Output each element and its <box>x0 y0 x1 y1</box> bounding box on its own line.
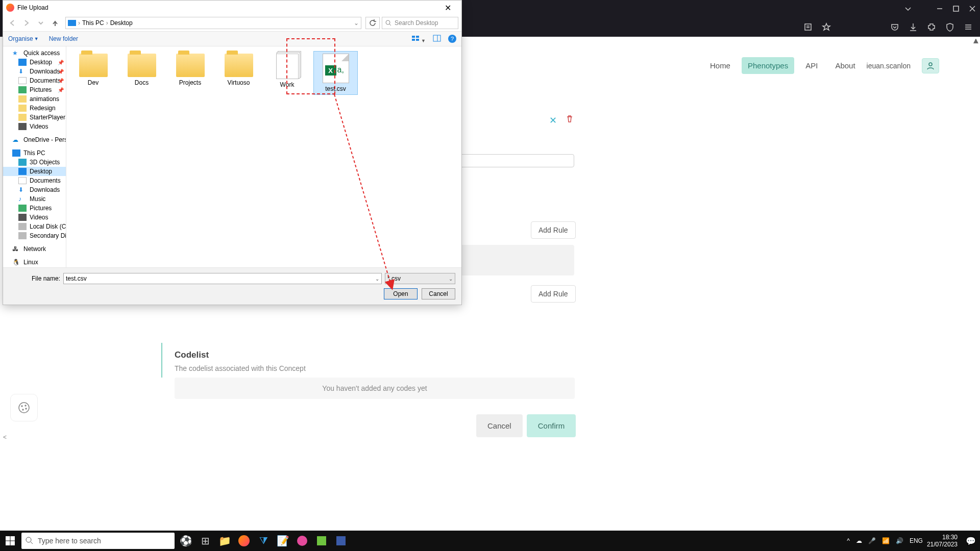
nav-api[interactable]: API <box>799 57 824 74</box>
window-close-icon[interactable] <box>969 5 976 12</box>
system-tray[interactable]: ^ ☁ 🎤 📶 🔊 ENG <box>843 537 927 544</box>
folder-dev[interactable]: Dev <box>71 52 115 94</box>
sidebar-linux[interactable]: 🐧Linux <box>3 258 66 267</box>
crumb-this-pc[interactable]: This PC <box>82 19 104 27</box>
tray-wifi-icon[interactable]: 📶 <box>882 537 890 544</box>
confirm-button[interactable]: Confirm <box>527 414 576 437</box>
sidebar-network[interactable]: 🖧Network <box>3 244 66 254</box>
downloads-icon[interactable] <box>909 22 918 32</box>
sidebar-item-desktop[interactable]: Desktop <box>3 167 66 176</box>
cookie-settings-button[interactable] <box>10 394 38 421</box>
nav-forward-button[interactable] <box>20 17 33 29</box>
cancel-button[interactable]: Cancel <box>476 414 523 437</box>
file-grid: Dev Docs Projects Virtuoso Work Xa, test… <box>66 46 461 267</box>
help-button[interactable]: ? <box>448 35 456 43</box>
section-accent-line <box>161 343 162 378</box>
add-rule-button[interactable]: Add Rule <box>531 221 576 239</box>
firefox-icon <box>6 4 14 12</box>
sidebar-item-3d-objects[interactable]: 3D Objects <box>3 158 66 167</box>
sidebar-item-downloads[interactable]: ⬇Downloads <box>3 185 66 194</box>
tray-chevron-icon[interactable]: ^ <box>847 537 850 544</box>
new-folder-button[interactable]: New folder <box>49 35 78 42</box>
cancel-button[interactable]: Cancel <box>422 288 455 299</box>
window-maximize-icon[interactable] <box>952 5 960 12</box>
taskbar-app-taskview[interactable]: ⊞ <box>196 531 214 551</box>
shield-icon[interactable] <box>945 22 954 32</box>
sidebar-item-local-disk[interactable]: Local Disk (C:) <box>3 222 66 231</box>
taskbar-app-generic3[interactable] <box>332 531 350 551</box>
start-button[interactable] <box>0 531 20 551</box>
nav-home[interactable]: Home <box>704 57 737 74</box>
breadcrumb-history-dropdown[interactable]: ⌄ <box>354 19 359 27</box>
sidebar-item-redesign[interactable]: Redesign <box>3 104 66 113</box>
folder-docs[interactable]: Docs <box>120 52 163 94</box>
window-minimize-icon[interactable] <box>936 5 943 12</box>
taskbar-app-generic2[interactable] <box>312 531 331 551</box>
taskbar-app-explorer[interactable]: 📁 <box>215 531 234 551</box>
taskbar-app-news[interactable]: ⚽ <box>177 531 195 551</box>
tab-dropdown-icon[interactable] <box>904 5 912 12</box>
nav-recent-dropdown[interactable] <box>35 17 47 29</box>
file-name-input[interactable]: test.csv⌄ <box>63 273 382 284</box>
taskbar-search[interactable]: Type here to search <box>21 533 175 549</box>
sidebar-onedrive[interactable]: ☁OneDrive - Personal <box>3 135 66 144</box>
preview-pane-button[interactable] <box>433 34 441 44</box>
taskbar-app-vscode[interactable]: ⧩ <box>254 531 273 551</box>
view-mode-button[interactable]: ▼ <box>411 34 426 44</box>
organise-menu[interactable]: Organise ▼ <box>8 35 39 42</box>
scroll-up-indicator[interactable]: ⯅ <box>973 38 979 45</box>
sidebar-item-music[interactable]: ♪Music <box>3 194 66 204</box>
tray-language-icon[interactable]: ENG <box>910 537 923 544</box>
folder-virtuoso[interactable]: Virtuoso <box>217 52 260 94</box>
pocket-icon[interactable] <box>890 22 899 32</box>
sidebar-quick-access[interactable]: ★Quick access <box>3 48 66 58</box>
notifications-button[interactable]: 💬 <box>962 536 980 546</box>
bookmark-star-icon[interactable] <box>822 22 831 32</box>
refresh-button[interactable] <box>365 17 380 29</box>
add-rule-button[interactable]: Add Rule <box>531 285 576 303</box>
taskbar-clock[interactable]: 18:30 21/07/2023 <box>927 534 962 548</box>
codelist-empty: You haven't added any codes yet <box>175 378 575 399</box>
sidebar-item-pictures[interactable]: Pictures <box>3 204 66 213</box>
sidebar-item-animations[interactable]: animations <box>3 94 66 104</box>
search-input[interactable]: Search Desktop <box>382 17 458 29</box>
sidebar-item-documents[interactable]: Documents <box>3 176 66 185</box>
file-type-filter[interactable]: *.csv⌄ <box>385 273 455 284</box>
tray-volume-icon[interactable]: 🔊 <box>896 537 903 544</box>
sidebar-item-starterplayerscripts[interactable]: StarterPlayerScripts <box>3 113 66 122</box>
breadcrumb[interactable]: › This PC › Desktop ⌄ <box>65 17 361 29</box>
username-label[interactable]: ieuan.scanlon <box>867 62 911 70</box>
nav-phenotypes[interactable]: Phenotypes <box>742 57 794 74</box>
user-menu-button[interactable] <box>922 58 939 73</box>
folder-work[interactable]: Work <box>265 52 309 94</box>
hamburger-menu-icon[interactable] <box>964 22 973 32</box>
sidebar-item-downloads[interactable]: ⬇Downloads📌 <box>3 67 66 76</box>
crumb-desktop[interactable]: Desktop <box>110 19 133 27</box>
file-test-csv[interactable]: Xa, test.csv <box>314 52 357 94</box>
sidebar-this-pc[interactable]: This PC <box>3 148 66 158</box>
tray-onedrive-icon[interactable]: ☁ <box>856 537 862 544</box>
nav-about[interactable]: About <box>829 57 861 74</box>
sidebar-item-secondary-disk[interactable]: Secondary Disk (D:) <box>3 231 66 240</box>
nav-up-button[interactable] <box>49 17 61 29</box>
sidebar-item-documents[interactable]: Documents📌 <box>3 76 66 85</box>
taskbar-app-notepad[interactable]: 📝 <box>274 531 292 551</box>
scroll-left-indicator[interactable]: < <box>3 434 7 441</box>
trash-icon[interactable] <box>566 115 574 125</box>
folder-projects[interactable]: Projects <box>168 52 212 94</box>
dialog-close-button[interactable]: ✕ <box>437 3 458 13</box>
sidebar-item-desktop[interactable]: Desktop📌 <box>3 58 66 67</box>
clear-icon[interactable]: ✕ <box>549 115 557 126</box>
tray-mic-icon[interactable]: 🎤 <box>868 537 876 544</box>
reader-mode-icon[interactable] <box>803 22 813 32</box>
sidebar-item-videos[interactable]: Videos <box>3 213 66 222</box>
pc-icon <box>68 20 76 26</box>
taskbar-app-firefox[interactable] <box>235 531 253 551</box>
taskbar-app-generic1[interactable] <box>293 531 311 551</box>
svg-point-14 <box>19 403 29 413</box>
open-button[interactable]: Open <box>384 288 418 299</box>
extensions-icon[interactable] <box>927 22 936 32</box>
sidebar-item-videos[interactable]: Videos <box>3 122 66 131</box>
sidebar-item-pictures[interactable]: Pictures📌 <box>3 85 66 94</box>
nav-back-button[interactable] <box>6 17 18 29</box>
